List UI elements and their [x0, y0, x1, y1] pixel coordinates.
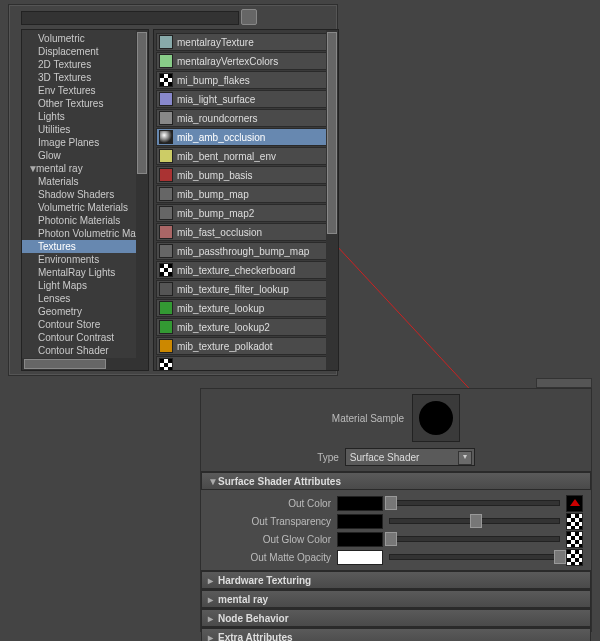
color-swatch[interactable]: [337, 496, 383, 511]
texture-item[interactable]: mentalrayVertexColors: [156, 52, 336, 70]
section-header-node[interactable]: ▸Node Behavior: [201, 609, 591, 627]
category-item[interactable]: Materials: [22, 175, 148, 188]
icon-size-slider-handle[interactable]: [241, 9, 257, 25]
category-label: Textures: [38, 241, 76, 252]
category-item[interactable]: Volumetric: [22, 32, 148, 45]
category-item[interactable]: Lights: [22, 110, 148, 123]
texture-item[interactable]: mi_bump_flakes: [156, 71, 336, 89]
texture-item[interactable]: mib_texture_checkerboard: [156, 261, 336, 279]
texture-item[interactable]: mib_bump_map2: [156, 204, 336, 222]
color-swatch[interactable]: [337, 532, 383, 547]
category-item[interactable]: Geometry: [22, 305, 148, 318]
category-item[interactable]: Volumetric Materials: [22, 201, 148, 214]
material-sample-swatch[interactable]: [412, 394, 460, 442]
texture-panel: mentalrayTexturementalrayVertexColorsmi_…: [153, 29, 339, 371]
texture-item[interactable]: mib_passthrough_bump_map: [156, 242, 336, 260]
map-button[interactable]: [566, 495, 583, 512]
icon-size-slider-track[interactable]: [21, 11, 239, 25]
category-item[interactable]: Lenses: [22, 292, 148, 305]
slider-handle[interactable]: [385, 496, 397, 510]
texture-item[interactable]: mib_bump_basis: [156, 166, 336, 184]
category-item[interactable]: 3D Textures: [22, 71, 148, 84]
texture-item[interactable]: mib_bent_normal_env: [156, 147, 336, 165]
category-item[interactable]: Env Textures: [22, 84, 148, 97]
value-slider[interactable]: [389, 518, 560, 524]
value-slider[interactable]: [389, 554, 560, 560]
attr-label: Out Transparency: [201, 516, 337, 527]
texture-item[interactable]: mib_texture_lookup2: [156, 318, 336, 336]
category-item[interactable]: Photon Volumetric Ma..: [22, 227, 148, 240]
texture-icon: [159, 358, 173, 371]
category-item[interactable]: Textures: [22, 240, 148, 253]
section-header-surface[interactable]: ▼ Surface Shader Attributes: [201, 472, 591, 490]
texture-icon: [159, 206, 173, 220]
category-item[interactable]: Light Maps: [22, 279, 148, 292]
texture-item[interactable]: mib_bump_map: [156, 185, 336, 203]
category-panel: VolumetricDisplacement2D Textures3D Text…: [21, 29, 149, 371]
material-sample-row: Material Sample: [201, 389, 591, 447]
category-item[interactable]: Displacement: [22, 45, 148, 58]
type-row: Type Surface Shader ▾: [201, 447, 591, 467]
texture-item[interactable]: mib_texture_polkadot: [156, 337, 336, 355]
texture-scrollbar[interactable]: [326, 30, 338, 370]
texture-icon: [159, 263, 173, 277]
texture-label: mib_texture_checkerboard: [177, 265, 295, 276]
create-render-node-panel: VolumetricDisplacement2D Textures3D Text…: [8, 4, 338, 376]
texture-item[interactable]: mia_light_surface: [156, 90, 336, 108]
section-header-mentalray[interactable]: ▸mental ray: [201, 590, 591, 608]
category-item[interactable]: Contour Store: [22, 318, 148, 331]
category-item[interactable]: ▼mental ray: [22, 162, 148, 175]
category-label: 2D Textures: [38, 59, 91, 70]
type-select[interactable]: Surface Shader ▾: [345, 448, 475, 466]
map-button[interactable]: [566, 549, 583, 566]
type-label: Type: [317, 452, 339, 463]
category-item[interactable]: Contour Shader: [22, 344, 148, 357]
category-item[interactable]: Utilities: [22, 123, 148, 136]
texture-label: mib_passthrough_bump_map: [177, 246, 309, 257]
color-swatch[interactable]: [337, 514, 383, 529]
texture-icon: [159, 168, 173, 182]
category-scrollbar-h[interactable]: [22, 358, 148, 370]
category-item[interactable]: Environments: [22, 253, 148, 266]
category-item[interactable]: Contour Contrast: [22, 331, 148, 344]
category-item[interactable]: MentalRay Lights: [22, 266, 148, 279]
texture-item[interactable]: mib_amb_occlusion: [156, 128, 336, 146]
category-item[interactable]: Glow: [22, 149, 148, 162]
texture-label: mib_texture_filter_lookup: [177, 284, 289, 295]
category-label: Glow: [38, 150, 61, 161]
texture-item[interactable]: mentalrayTexture: [156, 33, 336, 51]
category-item[interactable]: Shadow Shaders: [22, 188, 148, 201]
texture-label: mib_amb_occlusion: [177, 132, 265, 143]
category-label: Photonic Materials: [38, 215, 120, 226]
slider-handle[interactable]: [385, 532, 397, 546]
texture-item[interactable]: mia_roundcorners: [156, 109, 336, 127]
texture-icon: [159, 149, 173, 163]
value-slider[interactable]: [389, 500, 560, 506]
category-item[interactable]: Other Textures: [22, 97, 148, 110]
texture-item[interactable]: [156, 356, 336, 371]
category-item[interactable]: Sample Compositing: [22, 370, 148, 371]
slider-handle[interactable]: [470, 514, 482, 528]
texture-item[interactable]: mib_texture_lookup: [156, 299, 336, 317]
map-button[interactable]: [566, 531, 583, 548]
texture-label: mib_texture_polkadot: [177, 341, 273, 352]
texture-icon: [159, 35, 173, 49]
texture-label: mib_bump_map: [177, 189, 249, 200]
category-scrollbar[interactable]: [136, 30, 148, 370]
texture-item[interactable]: mib_texture_filter_lookup: [156, 280, 336, 298]
value-slider[interactable]: [389, 536, 560, 542]
section-title: mental ray: [218, 594, 268, 605]
category-label: Shadow Shaders: [38, 189, 114, 200]
color-swatch[interactable]: [337, 550, 383, 565]
section-header-hardware[interactable]: ▸Hardware Texturing: [201, 571, 591, 589]
map-button[interactable]: [566, 513, 583, 530]
texture-item[interactable]: mib_fast_occlusion: [156, 223, 336, 241]
slider-handle[interactable]: [554, 550, 566, 564]
category-item[interactable]: Image Planes: [22, 136, 148, 149]
category-item[interactable]: 2D Textures: [22, 58, 148, 71]
ae-focus-tab[interactable]: [536, 378, 592, 388]
texture-icon: [159, 73, 173, 87]
category-label: Volumetric: [38, 33, 85, 44]
category-item[interactable]: Photonic Materials: [22, 214, 148, 227]
section-header-extra[interactable]: ▸Extra Attributes: [201, 628, 591, 641]
